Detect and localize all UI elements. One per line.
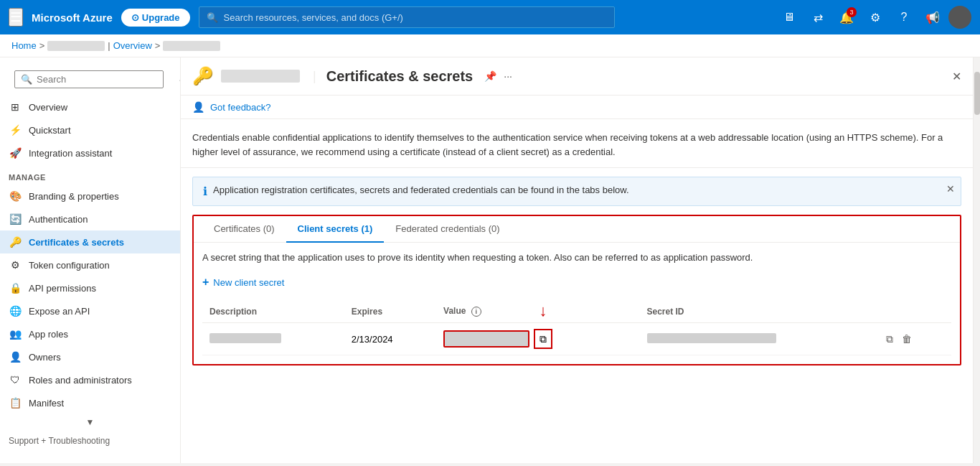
approles-icon: 👥 — [9, 328, 22, 340]
top-navigation: ☰ Microsoft Azure ⊙ Upgrade 🔍 🖥 ⇄ 🔔 3 ⚙ … — [0, 0, 980, 34]
delete-secret-button[interactable]: 🗑 — [899, 333, 915, 345]
notifications-button[interactable]: 🔔 3 — [834, 4, 859, 30]
col-value: Value i — [436, 300, 639, 323]
sidebar-item-authentication[interactable]: 🔄 Authentication — [0, 208, 180, 230]
scroll-down-icon: ▼ — [86, 417, 95, 427]
row-actions: ⧉ 🗑 — [876, 323, 951, 355]
client-secrets-description: A secret string that the application use… — [202, 251, 951, 264]
token-icon: ⚙ — [9, 259, 22, 271]
sidebar-search-input[interactable] — [37, 74, 157, 85]
description-section: Credentials enable confidential applicat… — [181, 119, 973, 168]
copy-button-wrapper: ↓ ⧉ — [534, 329, 552, 349]
close-button[interactable]: ✕ — [952, 70, 961, 83]
row-secret-id — [640, 323, 877, 355]
row-description — [202, 323, 344, 355]
sidebar-item-label: Authentication — [29, 214, 88, 225]
copy-icon: ⧉ — [540, 333, 547, 345]
description-text: Credentials enable confidential applicat… — [192, 132, 943, 157]
manage-section-label: Manage — [0, 164, 180, 185]
sidebar: 🔍 « ⊞ Overview ⚡ Quickstart 🚀 Integratio… — [0, 57, 181, 463]
hamburger-menu[interactable]: ☰ — [9, 8, 23, 27]
support-label: Support + Troubleshooting — [9, 436, 110, 446]
azure-logo: Microsoft Azure — [32, 11, 113, 24]
secrets-table: Description Expires Value i Secret ID — [202, 300, 951, 355]
sidebar-item-label: Branding & properties — [29, 191, 119, 202]
search-icon: 🔍 — [207, 12, 218, 23]
breadcrumb: Home > | Overview > — [0, 34, 980, 57]
breadcrumb-home[interactable]: Home — [11, 40, 37, 51]
nav-icon-group: 🖥 ⇄ 🔔 3 ⚙ ? 📢 — [776, 4, 971, 30]
col-actions — [876, 300, 951, 323]
feedback-text[interactable]: Got feedback? — [210, 102, 271, 113]
sidebar-item-quickstart[interactable]: ⚡ Quickstart — [0, 118, 180, 141]
sidebar-items: ⊞ Overview ⚡ Quickstart 🚀 Integration as… — [0, 95, 180, 463]
sidebar-item-token[interactable]: ⚙ Token configuration — [0, 253, 180, 276]
breadcrumb-sep3: > — [155, 40, 161, 51]
sidebar-item-support[interactable]: Support + Troubleshooting — [0, 430, 180, 452]
scroll-thumb — [974, 72, 980, 115]
sidebar-item-label: Quickstart — [29, 125, 71, 136]
sidebar-search-container[interactable]: 🔍 — [14, 70, 164, 88]
sidebar-item-app-roles[interactable]: 👥 App roles — [0, 322, 180, 345]
upgrade-button[interactable]: ⊙ Upgrade — [121, 9, 190, 27]
sidebar-item-expose-api[interactable]: 🌐 Expose an API — [0, 299, 180, 322]
value-info-icon[interactable]: i — [471, 307, 481, 317]
feedback-button[interactable]: 📢 — [920, 4, 946, 30]
api-icon: 🔒 — [9, 282, 22, 294]
col-secret-id: Secret ID — [640, 300, 877, 323]
breadcrumb-app — [163, 41, 220, 51]
more-menu-icon[interactable]: ··· — [504, 70, 512, 82]
owners-icon: 👤 — [9, 351, 22, 363]
sidebar-item-label: Token configuration — [29, 260, 110, 271]
new-client-secret-button[interactable]: + New client secret — [202, 273, 284, 292]
sidebar-item-manifest[interactable]: 📋 Manifest — [0, 391, 180, 414]
page-layout: 🔍 « ⊞ Overview ⚡ Quickstart 🚀 Integratio… — [0, 57, 980, 463]
directory-button[interactable]: ⇄ — [805, 4, 831, 30]
tab-content-client-secrets: A secret string that the application use… — [194, 243, 960, 364]
branding-icon: 🎨 — [9, 190, 22, 202]
manifest-icon: 📋 — [9, 397, 22, 409]
main-content: 🔑 | Certificates & secrets 📌 ··· ✕ 👤 Got… — [181, 57, 973, 463]
row-value: ↓ ⧉ — [436, 323, 639, 355]
sidebar-item-label: Overview — [29, 102, 67, 113]
breadcrumb-tenant — [47, 41, 105, 51]
feedback-bar: 👤 Got feedback? — [181, 95, 973, 119]
integration-icon: 🚀 — [9, 147, 22, 159]
breadcrumb-sep1: > — [39, 40, 45, 51]
sidebar-item-branding[interactable]: 🎨 Branding & properties — [0, 185, 180, 208]
app-name-blurred — [221, 70, 300, 83]
secret-id-blurred — [647, 333, 776, 343]
sidebar-item-owners[interactable]: 👤 Owners — [0, 345, 180, 368]
breadcrumb-overview[interactable]: Overview — [113, 40, 152, 51]
sidebar-item-roles-admin[interactable]: 🛡 Roles and administrators — [0, 368, 180, 391]
cloud-shell-button[interactable]: 🖥 — [776, 4, 802, 30]
right-scrollbar[interactable] — [973, 57, 980, 463]
col-description: Description — [202, 300, 344, 323]
info-close-button[interactable]: ✕ — [946, 183, 955, 195]
sidebar-item-overview[interactable]: ⊞ Overview — [0, 95, 180, 118]
tab-federated[interactable]: Federated credentials (0) — [384, 216, 511, 243]
tab-client-secrets[interactable]: Client secrets (1) — [286, 216, 385, 243]
breadcrumb-sep2: | — [108, 40, 110, 51]
sidebar-search-icon: 🔍 — [21, 74, 32, 85]
sidebar-item-integration[interactable]: 🚀 Integration assistant — [0, 141, 180, 164]
tab-certificates[interactable]: Certificates (0) — [202, 216, 286, 243]
pin-icon[interactable]: 📌 — [484, 70, 496, 82]
auth-icon: 🔄 — [9, 213, 22, 225]
info-icon: ℹ — [203, 185, 207, 198]
cert-icon: 🔑 — [9, 236, 22, 248]
user-avatar[interactable] — [948, 6, 971, 29]
help-button[interactable]: ? — [891, 4, 917, 30]
copy-value-button[interactable]: ⧉ — [534, 329, 552, 349]
sidebar-item-certificates[interactable]: 🔑 Certificates & secrets — [0, 230, 180, 253]
sidebar-item-label: API permissions — [29, 283, 96, 294]
settings-button[interactable]: ⚙ — [862, 4, 888, 30]
sidebar-item-label: Manifest — [29, 398, 64, 409]
search-input[interactable] — [224, 12, 607, 23]
sidebar-item-api-permissions[interactable]: 🔒 API permissions — [0, 276, 180, 299]
col-expires: Expires — [344, 300, 436, 323]
global-search[interactable]: 🔍 — [199, 6, 615, 28]
copy-id-button[interactable]: ⧉ — [883, 333, 896, 345]
expose-icon: 🌐 — [9, 305, 22, 317]
table-row: 2/13/2024 ↓ ⧉ — [202, 323, 951, 355]
